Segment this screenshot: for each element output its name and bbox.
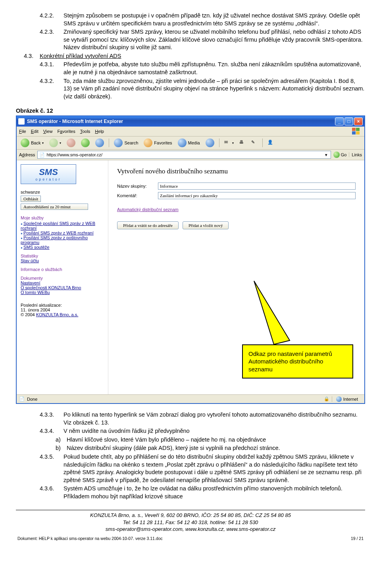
logout-button[interactable]: Odhlásit: [21, 196, 41, 202]
star-icon: [144, 138, 152, 147]
mail-button[interactable]: ✉▾: [223, 139, 235, 147]
forward-icon: [49, 138, 58, 147]
cat-dokumenty: Dokumenty: [21, 276, 104, 281]
last-update-date: 11. února 2004: [21, 307, 104, 312]
lock-icon: 🔒: [324, 396, 329, 402]
history-button[interactable]: [204, 138, 216, 148]
go-icon: →: [333, 152, 340, 158]
menu-view[interactable]: View: [43, 129, 53, 134]
copyright-link[interactable]: KONZULTA Brno, a.s.: [36, 312, 79, 317]
cat-info-sluzby: Informace o službách: [21, 267, 104, 272]
print-button[interactable]: 🖶: [238, 139, 247, 147]
address-input[interactable]: 📄 https://www.sms-operator.cz/ ▾: [37, 151, 331, 159]
sidebar-link-posilani-posta[interactable]: Posílání SMS zpráv z poštovního programu: [21, 235, 88, 245]
doc-item-4-2-2: 4.2.2. Stejným způsobem se postupuje i v…: [40, 12, 365, 27]
btn-pridat-vlozit[interactable]: Přidat a vložit nový: [183, 221, 229, 229]
sidebar-link-spol-posilani[interactable]: Společné posílání SMS zpráv z WEB rozhra…: [21, 221, 95, 231]
doc-item-4-2-3: 4.2.3. Zmiňovaný specifický tvar SMS zpr…: [40, 28, 365, 52]
dropdown-icon[interactable]: ▾: [323, 152, 329, 158]
sidebar-link-stav-uctu[interactable]: Stav účtu: [21, 258, 39, 263]
sidebar-link-posilani-web[interactable]: Posílání SMS zpráv z WEB rozhraní: [23, 231, 94, 235]
menubar: File Edit View Favorites Tools Help: [17, 127, 364, 136]
forward-button[interactable]: ▾: [48, 138, 63, 148]
back-icon: [21, 138, 29, 147]
ie-window: SMS operátor - Microsoft Internet Explor…: [16, 115, 365, 404]
svg-rect-2: [352, 131, 356, 135]
doc-heading-4-3: 4.3. Konkrétní příklad vytvoření ADS: [24, 52, 365, 60]
doc-item-4-3-2: 4.3.2. To, zda máte službu zprovozněnou,…: [40, 77, 365, 101]
page-icon: 📄: [39, 152, 45, 158]
search-icon: [114, 138, 123, 147]
doc-meta: Dokument: HELP k aplikaci sms-operator n…: [16, 536, 365, 544]
refresh-icon: [81, 138, 90, 147]
globe-icon: [336, 396, 342, 402]
menu-tools[interactable]: Tools: [80, 129, 90, 134]
ie-icon: [18, 118, 25, 125]
status-page-icon: 📄: [19, 396, 25, 402]
print-icon: 🖶: [239, 140, 246, 146]
maximize-button[interactable]: □: [344, 117, 353, 125]
main-content: Vytvoření nového distribučního seznamu N…: [108, 160, 364, 394]
sidebar-link-nastaveni[interactable]: Nastavení: [21, 281, 40, 285]
titlebar[interactable]: SMS operátor - Microsoft Internet Explor…: [17, 116, 364, 127]
page-heading: Vytvoření nového distribučního seznamu: [117, 167, 356, 175]
messenger-button[interactable]: 👤: [266, 139, 275, 147]
username: schwanze: [21, 190, 104, 194]
media-icon: [178, 138, 187, 147]
autologout-field[interactable]: Autoodhlášení za 20 minut: [21, 204, 88, 210]
cat-statistiky: Statistiky: [21, 254, 104, 258]
status-internet: Internet: [343, 397, 358, 402]
favorites-button[interactable]: Favorites: [142, 138, 173, 148]
toolbar: Back▾ ▾ Search Favorites Media ✉▾ 🖶 ✎ 👤: [17, 136, 364, 150]
status-done: Done: [27, 397, 37, 402]
sidebar-link-web[interactable]: O tomto WEBu: [21, 290, 50, 295]
doc-item-4-3-4: 4.3.4. V něm uvidíte na úvodním řádku ji…: [40, 427, 365, 435]
links-label[interactable]: Links: [349, 152, 362, 157]
label-koment: Komentář:: [117, 193, 155, 198]
doc-item-4-3-3: 4.3.3. Po kliknutí na tento hyperlink se…: [40, 411, 365, 427]
menu-help[interactable]: Help: [95, 129, 104, 134]
doc-item-4-3-5: 4.3.5. Pokud budete chtít, aby po přihlá…: [40, 453, 365, 484]
doc-footer: KONZULTA Brno, a. s., Veveří 9, 602 00 B…: [16, 510, 365, 535]
stop-icon: [67, 138, 75, 147]
statusbar: 📄 Done 🔒 Internet: [17, 394, 364, 403]
input-nazev[interactable]: [158, 183, 356, 190]
edit-button[interactable]: ✎: [250, 139, 259, 147]
doc-item-4-3-4-a: a) Hlavní klíčové slovo, které Vám bylo …: [56, 436, 365, 444]
sidebar-link-souteze[interactable]: SMS soutěže: [23, 245, 49, 250]
home-icon: [95, 138, 104, 147]
minimize-button[interactable]: _: [335, 117, 344, 125]
address-bar: Address 📄 https://www.sms-operator.cz/ ▾…: [17, 150, 364, 160]
home-button[interactable]: [94, 138, 106, 148]
close-button[interactable]: ×: [354, 117, 363, 125]
sms-operator-logo[interactable]: SMS operator: [21, 164, 76, 184]
btn-pridat-vratit[interactable]: Přidat a vrátit se do adresáře: [117, 221, 179, 229]
go-button[interactable]: →Go: [333, 152, 347, 158]
doc-item-4-3-1: 4.3.1. Především je potřeba, abyste tuto…: [40, 61, 365, 76]
window-title: SMS operátor - Microsoft Internet Explor…: [27, 119, 335, 124]
sidebar-link-konzulta[interactable]: O společnosti KONZULTA Brno: [21, 285, 81, 290]
figure-label: Obrázek č. 12: [16, 108, 365, 114]
last-update-label: Poslední aktualizace:: [21, 303, 104, 307]
menu-edit[interactable]: Edit: [31, 129, 38, 134]
doc-item-4-3-6: 4.3.6. Systém ADS umožňuje i to, že ho l…: [40, 485, 365, 500]
input-koment[interactable]: [158, 192, 356, 199]
sidebar: SMS operator schwanze Odhlásit Autoodhlá…: [17, 160, 108, 394]
menu-favorites[interactable]: Favorites: [57, 129, 75, 134]
callout: Odkaz pro nastavení parametrů Automatick…: [242, 344, 353, 379]
refresh-button[interactable]: [79, 138, 91, 148]
search-button[interactable]: Search: [112, 138, 140, 148]
edit-icon: ✎: [251, 140, 258, 146]
address-label: Address: [19, 152, 35, 157]
doc-item-4-3-4-b: b) Název distribuční skupiny (dále pak A…: [56, 444, 365, 452]
svg-marker-4: [254, 281, 290, 344]
svg-rect-3: [356, 131, 360, 135]
media-button[interactable]: Media: [176, 138, 202, 148]
messenger-icon: 👤: [267, 140, 274, 146]
windows-logo-icon: [350, 127, 362, 135]
back-button[interactable]: Back▾: [19, 138, 45, 148]
stop-button[interactable]: [65, 138, 77, 148]
autolink[interactable]: Automatický distribuční seznam: [117, 207, 179, 212]
svg-rect-0: [352, 128, 356, 131]
menu-file[interactable]: File: [19, 129, 26, 134]
